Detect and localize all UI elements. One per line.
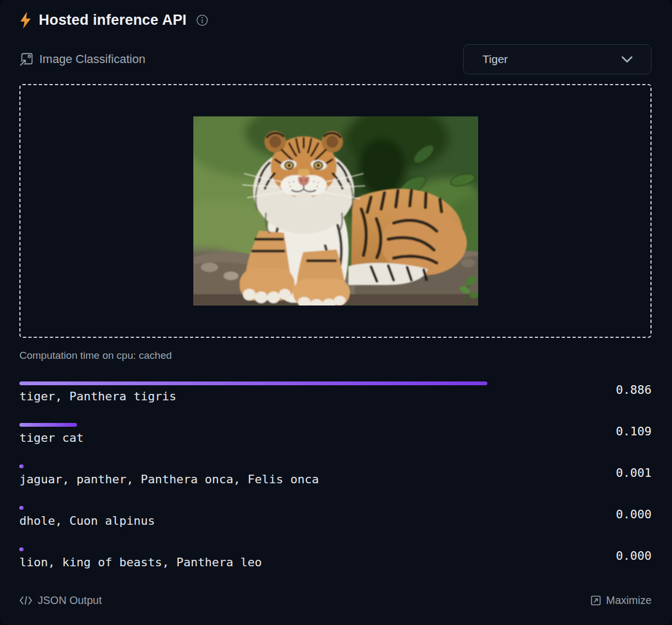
result-score: 0.001 [616,466,652,480]
computation-time: Computation time on cpu: cached [19,350,652,363]
task-label: Image Classification [39,52,145,66]
result-row: lion, king of beasts, Panthera leo 0.000 [19,547,652,570]
image-dropzone[interactable] [19,84,652,338]
result-row: jaguar, panther, Panthera onca, Felis on… [19,464,652,487]
result-score: 0.886 [616,383,652,397]
result-label: lion, king of beasts, Panthera leo [19,555,652,570]
task-type: Image Classification [19,52,145,66]
classification-results: tiger, Panthera tigris 0.886 tiger cat 0… [19,381,652,570]
widget-footer: JSON Output Maximize [19,593,652,607]
score-bar [19,506,24,510]
maximize-icon [591,595,601,606]
lightning-bolt-icon [19,12,32,29]
result-label: tiger, Panthera tigris [19,390,652,404]
hosted-inference-widget: Hosted inference API Image Classificatio… [0,0,672,625]
result-label: dhole, Cuon alpinus [19,514,652,528]
result-score: 0.109 [616,425,652,438]
example-selector[interactable]: Tiger [463,44,652,74]
score-bar [19,547,24,551]
maximize-label: Maximize [606,594,652,607]
result-score: 0.000 [616,549,652,562]
result-row: dhole, Cuon alpinus 0.000 [19,506,652,528]
task-row: Image Classification Tiger [19,44,652,74]
result-label: tiger cat [19,431,652,445]
json-output-label: JSON Output [38,594,102,607]
widget-header: Hosted inference API [19,11,652,29]
json-output-button[interactable]: JSON Output [19,594,102,607]
score-bar [19,381,487,385]
tiger-photo [193,116,478,305]
result-label: jaguar, panther, Panthera onca, Felis on… [19,473,652,487]
image-classification-icon [19,52,33,66]
result-score: 0.000 [616,508,652,521]
example-selector-value: Tiger [482,53,508,66]
score-bar [19,464,24,468]
code-icon [19,596,32,605]
score-bar [19,423,77,427]
result-row: tiger, Panthera tigris 0.886 [19,381,652,404]
maximize-button[interactable]: Maximize [591,594,652,607]
page-title: Hosted inference API [39,12,187,29]
chevron-down-icon [621,56,633,63]
info-circle-icon[interactable] [196,14,208,26]
result-row: tiger cat 0.109 [19,423,652,445]
